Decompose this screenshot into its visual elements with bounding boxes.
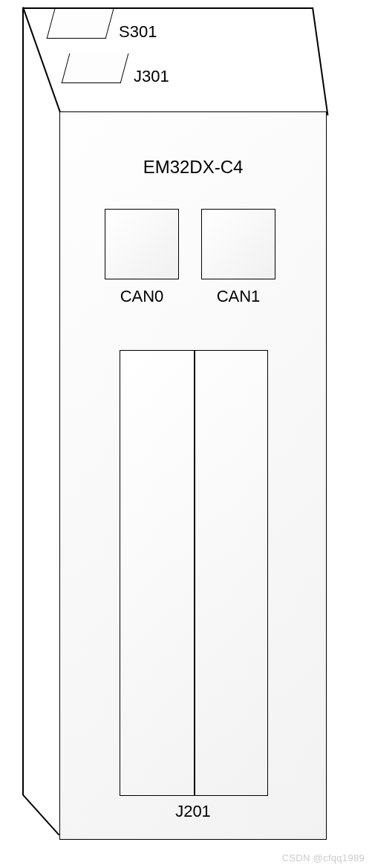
slot-s301 xyxy=(47,9,114,39)
box-front-face: EM32DX-C4 CAN0 CAN1 J201 xyxy=(59,111,327,840)
j201-divider xyxy=(194,351,195,795)
slot-j301-label: J301 xyxy=(134,67,169,86)
j201-connector xyxy=(120,350,268,796)
can1-label: CAN1 xyxy=(201,287,275,306)
module-diagram: S301 J301 EM32DX-C4 CAN0 CAN1 J201 xyxy=(22,7,349,847)
box-diag-bottom-left xyxy=(22,794,59,835)
slot-s301-label: S301 xyxy=(119,22,157,42)
j201-label: J201 xyxy=(60,802,326,821)
can0-port xyxy=(105,209,179,279)
box-top-face: S301 J301 xyxy=(22,7,349,111)
watermark: CSDN @cfqq1989 xyxy=(282,852,365,864)
slot-j301 xyxy=(62,54,129,83)
can1-port xyxy=(201,209,275,279)
can0-label: CAN0 xyxy=(105,287,179,306)
module-name: EM32DX-C4 xyxy=(60,157,326,178)
box-left-edge xyxy=(22,7,24,795)
